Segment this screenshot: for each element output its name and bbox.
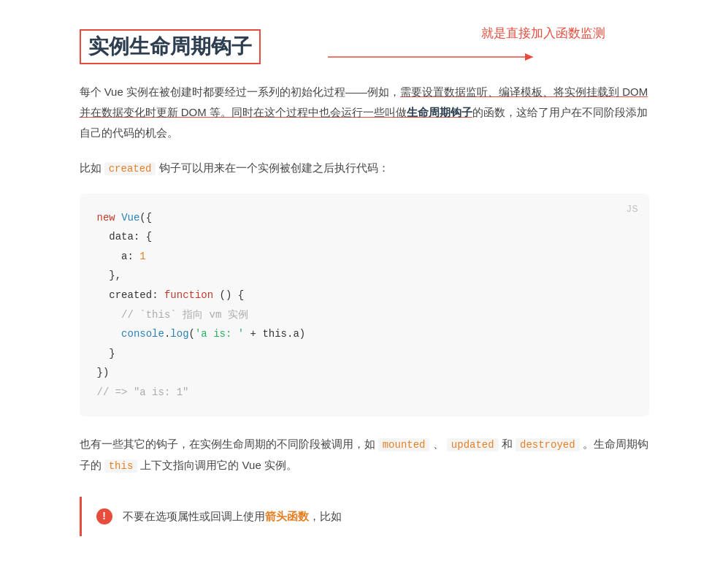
para3-code-updated: updated [447, 438, 499, 451]
para2-prefix: 比如 [80, 161, 104, 174]
code-line-2: data: { [97, 227, 632, 247]
paragraph-2: 比如 created 钩子可以用来在一个实例被创建之后执行代码： [80, 158, 649, 179]
para2-suffix: 钩子可以用来在一个实例被创建之后执行代码： [156, 161, 388, 174]
warning-box: ! 不要在选项属性或回调上使用箭头函数，比如 [80, 497, 649, 536]
page-container: 实例生命周期钩子 就是直接加入函数监测 每个 Vue 实例在被创建时都要经过一系… [36, 0, 693, 565]
para1-text1: 每个 Vue 实例在被创建时都要经过一系列的初始化过程——例如， [80, 85, 400, 98]
para3-text1: 也有一些其它的钩子，在实例生命周期的不同阶段被调用，如 [80, 438, 378, 450]
para3-code-destroyed: destroyed [516, 438, 580, 451]
warning-text: 不要在选项属性或回调上使用箭头函数，比如 [123, 507, 342, 526]
para1-bold: 生命周期钩子 [407, 106, 472, 118]
code-line-6: // `this` 指向 vm 实例 [97, 305, 632, 325]
code-line-4: }, [97, 266, 632, 286]
code-line-3: a: 1 [97, 247, 632, 267]
warning-bold: 箭头函数 [265, 510, 309, 522]
code-line-10: // => "a is: 1" [97, 383, 632, 402]
paragraph-3: 也有一些其它的钩子，在实例生命周期的不同阶段被调用，如 mounted 、 up… [80, 434, 649, 476]
code-line-1: new Vue({ [97, 208, 632, 228]
code-line-9: }) [97, 363, 632, 383]
para2-code: created [104, 162, 156, 175]
annotation-text: 就是直接加入函数监测 [481, 23, 605, 45]
code-lang-label: JS [627, 201, 638, 218]
para3-code-mounted: mounted [378, 438, 430, 451]
para3-text2: 和 [499, 438, 516, 450]
warning-icon: ! [96, 508, 112, 524]
code-block: JS new Vue({ data: { a: 1 }, created: fu… [80, 194, 649, 417]
page-title: 实例生命周期钩子 [80, 29, 261, 64]
title-section: 实例生命周期钩子 就是直接加入函数监测 [80, 29, 649, 64]
paragraph-1: 每个 Vue 实例在被创建时都要经过一系列的初始化过程——例如，需要设置数据监听… [80, 82, 649, 142]
code-line-5: created: function () { [97, 286, 632, 305]
para3-code-this: this [104, 459, 138, 473]
warning-prefix: 不要在选项属性或回调上使用 [123, 510, 265, 522]
warning-suffix: ，比如 [309, 510, 342, 522]
para3-text4: 上下文指向调用它的 Vue 实例。 [137, 459, 297, 471]
para3-between: 、 [429, 438, 446, 450]
code-line-7: console.log('a is: ' + this.a) [97, 324, 632, 344]
code-line-8: } [97, 344, 632, 364]
